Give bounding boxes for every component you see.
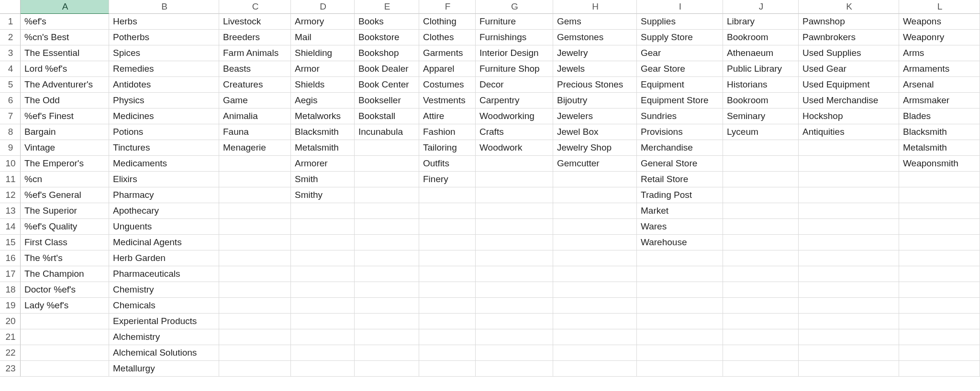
cell-L4[interactable]: Armaments <box>899 61 980 77</box>
cell-A12[interactable]: %ef's General <box>21 187 109 203</box>
cell-K13[interactable] <box>799 203 899 219</box>
cell-C7[interactable]: Animalia <box>219 109 291 124</box>
cell-J14[interactable] <box>723 219 799 235</box>
cell-D2[interactable]: Mail <box>291 30 355 45</box>
cell-D21[interactable] <box>291 329 355 345</box>
cell-A20[interactable] <box>21 314 109 329</box>
cell-A16[interactable]: The %rt's <box>21 250 109 266</box>
cell-L5[interactable]: Arsenal <box>899 77 980 93</box>
column-header-E[interactable]: E <box>355 0 419 14</box>
cell-K16[interactable] <box>799 250 899 266</box>
column-header-B[interactable]: B <box>109 0 219 14</box>
cell-I23[interactable] <box>637 361 723 377</box>
cell-D17[interactable] <box>291 266 355 282</box>
cell-G17[interactable] <box>476 266 553 282</box>
cell-H3[interactable]: Jewelry <box>553 45 637 61</box>
cell-F23[interactable] <box>419 361 476 377</box>
cell-J19[interactable] <box>723 298 799 314</box>
cell-K17[interactable] <box>799 266 899 282</box>
cell-I2[interactable]: Supply Store <box>637 30 723 45</box>
cell-L15[interactable] <box>899 235 980 250</box>
cell-G8[interactable]: Crafts <box>476 124 553 140</box>
cell-F3[interactable]: Garments <box>419 45 476 61</box>
cell-D14[interactable] <box>291 219 355 235</box>
cell-C16[interactable] <box>219 250 291 266</box>
cell-J10[interactable] <box>723 156 799 172</box>
cell-C13[interactable] <box>219 203 291 219</box>
column-header-C[interactable]: C <box>219 0 291 14</box>
cell-A10[interactable]: The Emperor's <box>21 156 109 172</box>
cell-I6[interactable]: Equipment Store <box>637 93 723 109</box>
cell-I5[interactable]: Equipment <box>637 77 723 93</box>
cell-I19[interactable] <box>637 298 723 314</box>
cell-F7[interactable]: Attire <box>419 109 476 124</box>
cell-I3[interactable]: Gear <box>637 45 723 61</box>
cell-G6[interactable]: Carpentry <box>476 93 553 109</box>
cell-C4[interactable]: Beasts <box>219 61 291 77</box>
cell-B14[interactable]: Unguents <box>109 219 219 235</box>
cell-A21[interactable] <box>21 329 109 345</box>
cell-B20[interactable]: Experiental Products <box>109 314 219 329</box>
cell-I8[interactable]: Provisions <box>637 124 723 140</box>
cell-I17[interactable] <box>637 266 723 282</box>
cell-B10[interactable]: Medicaments <box>109 156 219 172</box>
cell-H9[interactable]: Jewelry Shop <box>553 140 637 156</box>
cell-J3[interactable]: Athenaeum <box>723 45 799 61</box>
cell-L12[interactable] <box>899 187 980 203</box>
cell-H7[interactable]: Jewelers <box>553 109 637 124</box>
cell-J11[interactable] <box>723 172 799 187</box>
cell-G12[interactable] <box>476 187 553 203</box>
cell-I9[interactable]: Merchandise <box>637 140 723 156</box>
cell-L1[interactable]: Weapons <box>899 14 980 30</box>
cell-H10[interactable]: Gemcutter <box>553 156 637 172</box>
cell-E11[interactable] <box>355 172 419 187</box>
row-header-5[interactable]: 5 <box>0 77 21 93</box>
row-header-19[interactable]: 19 <box>0 298 21 314</box>
cell-E5[interactable]: Book Center <box>355 77 419 93</box>
cell-E10[interactable] <box>355 156 419 172</box>
column-header-J[interactable]: J <box>723 0 799 14</box>
cell-D3[interactable]: Shielding <box>291 45 355 61</box>
cell-K7[interactable]: Hockshop <box>799 109 899 124</box>
cell-C9[interactable]: Menagerie <box>219 140 291 156</box>
row-header-8[interactable]: 8 <box>0 124 21 140</box>
cell-D13[interactable] <box>291 203 355 219</box>
cell-H20[interactable] <box>553 314 637 329</box>
cell-G22[interactable] <box>476 345 553 361</box>
cell-C12[interactable] <box>219 187 291 203</box>
cell-C23[interactable] <box>219 361 291 377</box>
column-header-K[interactable]: K <box>799 0 899 14</box>
cell-F14[interactable] <box>419 219 476 235</box>
cell-E17[interactable] <box>355 266 419 282</box>
cell-K23[interactable] <box>799 361 899 377</box>
cell-L9[interactable]: Metalsmith <box>899 140 980 156</box>
cell-A18[interactable]: Doctor %ef's <box>21 282 109 298</box>
cell-D4[interactable]: Armor <box>291 61 355 77</box>
cell-F18[interactable] <box>419 282 476 298</box>
cell-H13[interactable] <box>553 203 637 219</box>
row-header-9[interactable]: 9 <box>0 140 21 156</box>
cell-D19[interactable] <box>291 298 355 314</box>
row-header-6[interactable]: 6 <box>0 93 21 109</box>
row-header-23[interactable]: 23 <box>0 361 21 377</box>
cell-G3[interactable]: Interior Design <box>476 45 553 61</box>
cell-K5[interactable]: Used Equipment <box>799 77 899 93</box>
cell-G21[interactable] <box>476 329 553 345</box>
cell-C17[interactable] <box>219 266 291 282</box>
cell-L22[interactable] <box>899 345 980 361</box>
cell-F9[interactable]: Tailoring <box>419 140 476 156</box>
cell-E7[interactable]: Bookstall <box>355 109 419 124</box>
cell-C20[interactable] <box>219 314 291 329</box>
cell-B17[interactable]: Pharmaceuticals <box>109 266 219 282</box>
cell-I12[interactable]: Trading Post <box>637 187 723 203</box>
cell-J18[interactable] <box>723 282 799 298</box>
cell-D16[interactable] <box>291 250 355 266</box>
cell-E22[interactable] <box>355 345 419 361</box>
cell-D18[interactable] <box>291 282 355 298</box>
row-header-7[interactable]: 7 <box>0 109 21 124</box>
cell-H23[interactable] <box>553 361 637 377</box>
cell-E21[interactable] <box>355 329 419 345</box>
cell-C15[interactable] <box>219 235 291 250</box>
row-header-13[interactable]: 13 <box>0 203 21 219</box>
cell-I21[interactable] <box>637 329 723 345</box>
